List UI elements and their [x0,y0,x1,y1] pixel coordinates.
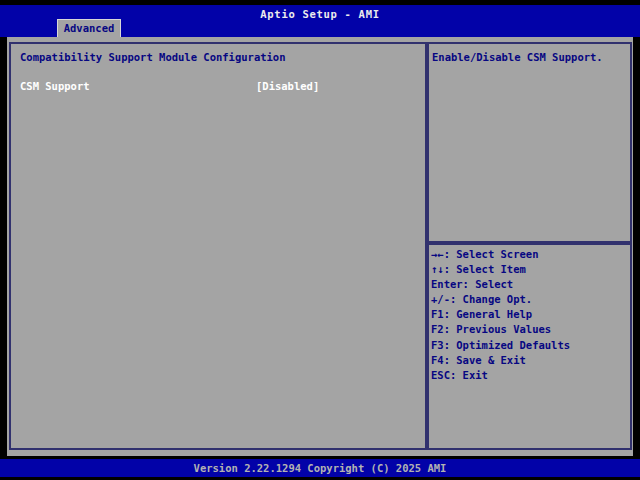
legend-select-screen: →←: Select Screen [431,247,570,262]
legend-esc-exit: ESC: Exit [431,368,570,383]
menu-item-value: [Disabled] [256,80,319,92]
menu-item-label: CSM Support [20,80,90,92]
footer-bar: Version 2.22.1294 Copyright (C) 2025 AMI [0,459,640,477]
legend-f4-save-exit: F4: Save & Exit [431,353,570,368]
menu-item-csm-support[interactable]: CSM Support [Disabled] [11,80,425,94]
legend-f1-general-help: F1: General Help [431,307,570,322]
legend-f3-optimized-defaults: F3: Optimized Defaults [431,338,570,353]
section-title: Compatibility Support Module Configurati… [20,51,286,63]
key-legend: →←: Select Screen ↑↓: Select Item Enter:… [431,247,570,383]
help-description: Enable/Disable CSM Support. [432,51,603,63]
tab-advanced[interactable]: Advanced [57,19,121,37]
bios-setup-screen: Aptio Setup - AMI Advanced Compatibility… [0,0,640,480]
help-box: Enable/Disable CSM Support. [427,42,632,243]
legend-select-item: ↑↓: Select Item [431,262,570,277]
header-bar: Aptio Setup - AMI Advanced [0,5,640,37]
settings-box: Compatibility Support Module Configurati… [9,42,427,450]
legend-change-opt: +/-: Change Opt. [431,292,570,307]
main-panel: Compatibility Support Module Configurati… [7,37,633,456]
version-text: Version 2.22.1294 Copyright (C) 2025 AMI [0,459,640,477]
key-legend-box: →←: Select Screen ↑↓: Select Item Enter:… [427,243,632,450]
legend-f2-previous-values: F2: Previous Values [431,322,570,337]
legend-enter-select: Enter: Select [431,277,570,292]
